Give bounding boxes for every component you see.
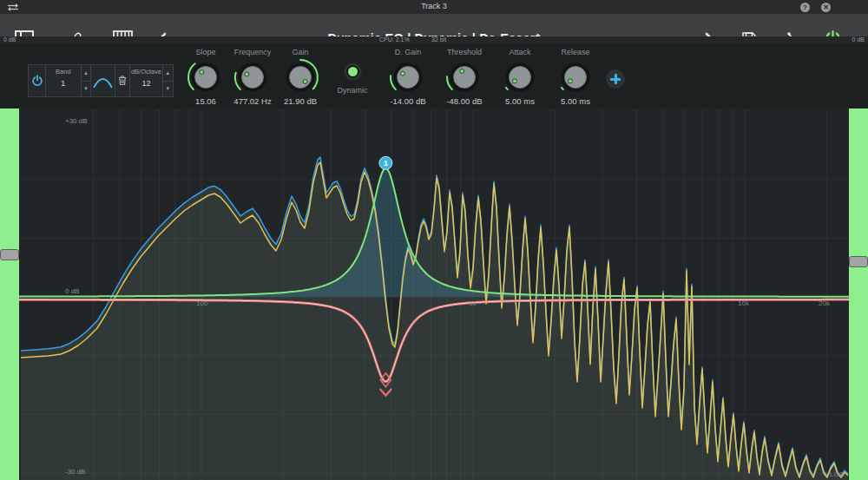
dynamic-gain-knob[interactable]: D. Gain -14.00 dB (382, 48, 434, 106)
window-title: Track 3 (0, 2, 868, 10)
freq-tick-20k: 20k (819, 299, 830, 307)
knob-label: Slope (180, 48, 232, 56)
window-close-button[interactable]: ✕ (821, 3, 831, 12)
input-gain-slider-handle[interactable] (0, 249, 19, 260)
dynamic-led[interactable] (346, 65, 359, 78)
knob-label: Attack (494, 48, 546, 56)
knob-label: Frequency (227, 48, 279, 56)
knob-value: 477.02 Hz (227, 96, 279, 106)
db-label-bottom: -30 dB (65, 468, 86, 476)
plugin-window: Track 3 ? ✕ Dynamic EQ | Dynamic | De-Es… (0, 0, 868, 480)
db-label-zero: 0 dB (65, 287, 79, 295)
plugin-toolbar: Dynamic EQ | Dynamic | De-Esser* (0, 14, 868, 36)
gain-knob[interactable]: Gain 21.90 dB (274, 48, 326, 106)
bit-depth: 32 bit (431, 36, 446, 43)
bell-curve-icon (94, 79, 112, 88)
add-band-button[interactable] (606, 69, 625, 89)
attack-knob[interactable]: Attack 5.00 ms (494, 48, 546, 106)
band-handle-number: 1 (384, 159, 388, 168)
band-control-panel: Band 1 ▲ ▼ dB/Octave (0, 43, 868, 108)
trash-icon (117, 75, 128, 86)
knob-value: -48.00 dB (438, 96, 490, 106)
db-label-top: +30 dB (65, 117, 88, 125)
log-scale-label: LOG (830, 470, 845, 478)
cpu-readout: CPU: 2.1% (379, 36, 410, 43)
dynamic-label: Dynamic (326, 86, 378, 95)
freq-tick-10k: 10k (738, 299, 749, 307)
threshold-knob[interactable]: Threshold -48.00 dB (438, 48, 490, 106)
knob-label: Release (549, 48, 602, 56)
input-gain-meter[interactable] (0, 108, 19, 480)
freq-tick-1k: 1k (469, 299, 476, 307)
knob-value: -14.00 dB (382, 96, 434, 106)
frequency-knob[interactable]: Frequency 477.02 Hz (227, 48, 279, 106)
knob-label: Gain (274, 48, 326, 56)
knob-value: 15.06 (180, 96, 232, 106)
band-power-button[interactable] (29, 65, 46, 96)
band-stepper: ▲ ▼ (82, 65, 92, 96)
band-number-display: Band 1 (46, 65, 82, 96)
knob-value: 21.90 dB (274, 96, 326, 106)
dynamic-toggle[interactable]: Dynamic (326, 48, 378, 95)
help-button[interactable]: ? (800, 3, 810, 12)
band-selector-group: Band 1 ▲ ▼ dB/Octave (28, 64, 174, 97)
freq-tick-100: 100 (196, 299, 207, 307)
octave-display: dB/Octave 12 (130, 65, 162, 96)
octave-stepper: ▲ ▼ (163, 65, 173, 96)
release-knob[interactable]: Release 5.00 ms (549, 48, 602, 106)
window-titlebar[interactable]: Track 3 ? ✕ (0, 0, 868, 14)
slider-scale-right: 0 dB (852, 36, 865, 43)
band-up-button[interactable]: ▲ (82, 65, 91, 82)
filter-shape-button[interactable] (91, 65, 115, 96)
delete-band-button[interactable] (115, 65, 130, 96)
octave-down-button[interactable]: ▼ (163, 82, 173, 97)
status-strip: 0 dB CPU: 2.1% 32 bit 0 dB (0, 36, 868, 43)
band-down-button[interactable]: ▼ (82, 82, 91, 97)
knob-value: 5.00 ms (494, 96, 546, 106)
slope-knob[interactable]: Slope 15.06 (180, 48, 232, 106)
knob-label: Threshold (438, 48, 490, 56)
slider-scale-left: 0 dB (3, 36, 16, 43)
octave-value: 12 (130, 79, 161, 88)
output-gain-meter[interactable] (849, 108, 868, 480)
octave-up-button[interactable]: ▲ (163, 65, 173, 82)
output-gain-slider-handle[interactable] (849, 256, 868, 267)
octave-label: dB/Octave (130, 68, 161, 76)
band-value: 1 (46, 79, 81, 88)
eq-graph[interactable]: 1 (19, 108, 849, 480)
knob-label: D. Gain (382, 48, 434, 56)
band-label: Band (46, 68, 81, 76)
knob-value: 5.00 ms (549, 96, 602, 106)
